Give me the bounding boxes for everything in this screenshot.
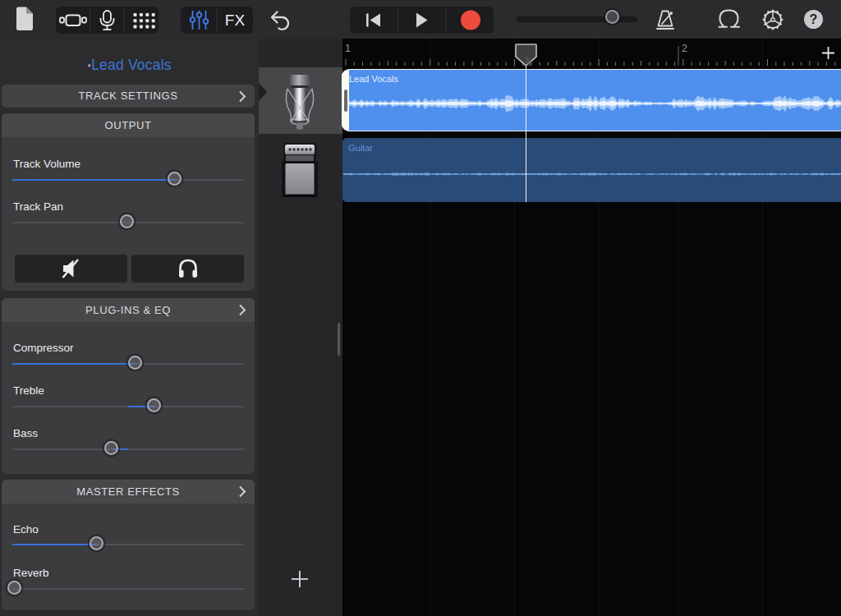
svg-text:FX: FX — [225, 11, 246, 29]
